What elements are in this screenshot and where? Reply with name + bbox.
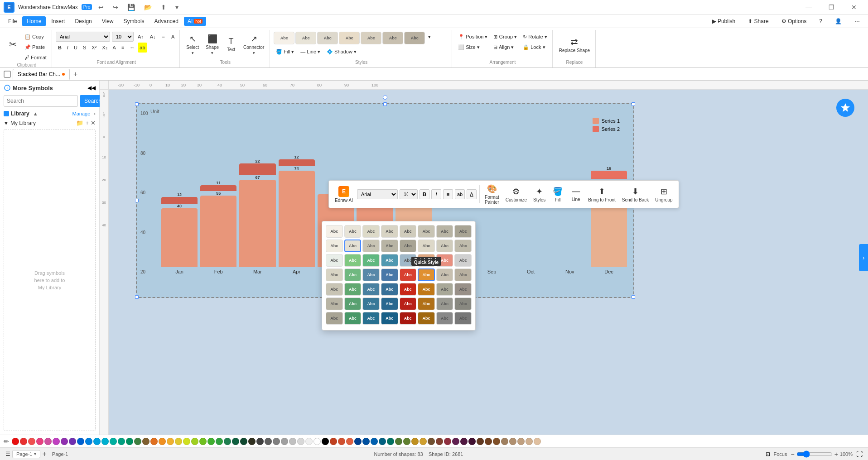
bring-to-front-button[interactable]: ⬆ Bring to Front: [586, 185, 618, 204]
user-button[interactable]: 👤: [830, 17, 846, 26]
open-button[interactable]: 📂: [141, 3, 154, 12]
position-button[interactable]: 📍 Position ▾: [456, 32, 490, 42]
add-icon[interactable]: +: [85, 120, 89, 126]
format-painter-button[interactable]: 🎨 Format Painter: [482, 182, 502, 206]
styles-more-button[interactable]: ▾: [426, 32, 433, 42]
more-menu-button[interactable]: ⋯: [850, 17, 864, 26]
canvas-area[interactable]: -20 -10 0 10 20 30 40 50 60 70 80 90 100…: [100, 81, 868, 435]
color-hotpink[interactable]: [36, 438, 43, 445]
color-lightgray[interactable]: [289, 438, 296, 445]
color-purple[interactable]: [53, 438, 60, 445]
color-verylight[interactable]: [297, 438, 304, 445]
color-ext14[interactable]: [436, 438, 443, 445]
qs-1-8[interactable]: Abc: [454, 225, 472, 238]
color-beige1[interactable]: [526, 438, 533, 445]
qs-6-7[interactable]: Abc: [436, 297, 453, 310]
qs-5-8[interactable]: Abc: [454, 283, 472, 296]
qs-6-5[interactable]: Abc: [400, 297, 417, 310]
qs-3-3[interactable]: Abc: [362, 254, 380, 267]
color-tan2[interactable]: [509, 438, 516, 445]
qs-6-3[interactable]: Abc: [362, 297, 380, 310]
handle-br[interactable]: [632, 295, 635, 299]
color-gray[interactable]: [273, 438, 280, 445]
select-button[interactable]: ↖ Select ▾: [183, 32, 202, 57]
qs-2-2[interactable]: Abc: [344, 240, 362, 252]
qs-2-8[interactable]: Abc: [454, 240, 472, 252]
text-button[interactable]: T Text: [223, 32, 239, 57]
color-teal[interactable]: [110, 438, 117, 445]
color-darkgray1[interactable]: [256, 438, 264, 445]
color-ext10[interactable]: [403, 438, 410, 445]
style-swatch-1[interactable]: Abc: [274, 32, 294, 44]
bar-mar-s1[interactable]: [239, 180, 275, 267]
underline-button[interactable]: U: [72, 43, 80, 53]
float-italic-button[interactable]: I: [431, 189, 441, 199]
bar-feb-s1[interactable]: [200, 196, 236, 267]
font-shrink-button[interactable]: A↓: [148, 32, 158, 42]
qs-7-3[interactable]: Abc: [362, 312, 380, 325]
qs-1-6[interactable]: Abc: [418, 225, 435, 238]
handle-tm[interactable]: [383, 102, 387, 106]
color-brown3[interactable]: [485, 438, 492, 445]
edraw-ai-button[interactable]: E Edraw AI: [333, 185, 355, 204]
qs-1-3[interactable]: Abc: [362, 225, 380, 238]
color-ext4[interactable]: [354, 438, 362, 445]
qs-4-7[interactable]: Abc: [436, 268, 453, 281]
color-brown[interactable]: [142, 438, 149, 445]
text-align-button[interactable]: ≡: [160, 32, 167, 42]
qs-4-5[interactable]: Abc: [400, 268, 417, 281]
rotate-button[interactable]: ↻ Rotate ▾: [521, 32, 550, 42]
zoom-in-button[interactable]: +: [834, 450, 838, 458]
qs-7-7[interactable]: Abc: [436, 312, 453, 325]
connector-button[interactable]: ↗ Connector ▾: [241, 32, 267, 57]
color-yellow3[interactable]: [183, 438, 190, 445]
menu-advanced[interactable]: Advanced: [150, 16, 183, 26]
qs-4-4[interactable]: Abc: [381, 268, 398, 281]
style-swatch-7[interactable]: Abc: [404, 32, 425, 44]
color-blue[interactable]: [77, 438, 84, 445]
color-ext18[interactable]: [468, 438, 476, 445]
line-float-button[interactable]: — Line: [568, 185, 584, 203]
italic-button[interactable]: I: [65, 43, 71, 53]
qs-7-2[interactable]: Abc: [344, 312, 362, 325]
qs-7-8[interactable]: Abc: [454, 312, 472, 325]
qs-3-2[interactable]: Abc: [344, 254, 362, 267]
qs-6-1[interactable]: Abc: [326, 297, 343, 310]
float-bold-button[interactable]: B: [420, 189, 429, 199]
color-orange1[interactable]: [150, 438, 158, 445]
color-orange2[interactable]: [159, 438, 166, 445]
bold-button[interactable]: B: [56, 43, 64, 53]
color-violet[interactable]: [69, 438, 76, 445]
sidebar-collapse-button[interactable]: ◀◀: [87, 85, 96, 91]
qs-6-2[interactable]: Abc: [344, 297, 362, 310]
menu-home[interactable]: Home: [22, 16, 46, 26]
color-cyan[interactable]: [101, 438, 109, 445]
qs-5-2[interactable]: Abc: [344, 283, 362, 296]
qs-5-4[interactable]: Abc: [381, 283, 398, 296]
handle-tl[interactable]: [135, 102, 139, 106]
color-green1[interactable]: [118, 438, 125, 445]
color-ext1[interactable]: [330, 438, 337, 445]
options-button[interactable]: ⚙ Options: [777, 17, 811, 26]
style-swatch-2[interactable]: Abc: [295, 32, 316, 44]
color-forestgreen[interactable]: [240, 438, 247, 445]
style-swatch-6[interactable]: Abc: [382, 32, 403, 44]
qs-6-8[interactable]: Abc: [454, 297, 472, 310]
zoom-out-button[interactable]: −: [791, 450, 794, 458]
qs-4-1[interactable]: Abc: [326, 268, 343, 281]
styles-button[interactable]: ✦ Styles: [531, 185, 548, 204]
color-olive[interactable]: [134, 438, 141, 445]
rotate-handle[interactable]: [383, 95, 387, 100]
fill-button[interactable]: 🪣 Fill ▾: [274, 47, 296, 57]
color-nearwhite[interactable]: [305, 438, 313, 445]
float-align-button[interactable]: ≡: [443, 189, 453, 199]
color-black[interactable]: [322, 438, 329, 445]
qs-2-5[interactable]: Abc: [400, 240, 417, 252]
qs-6-6[interactable]: Abc: [418, 297, 435, 310]
color-ext15[interactable]: [444, 438, 451, 445]
color-darkgreen[interactable]: [232, 438, 239, 445]
qs-2-6[interactable]: Abc: [418, 240, 435, 252]
menu-file[interactable]: File: [4, 16, 21, 26]
color-ext3[interactable]: [346, 438, 353, 445]
float-indent-button[interactable]: ab: [455, 189, 465, 199]
